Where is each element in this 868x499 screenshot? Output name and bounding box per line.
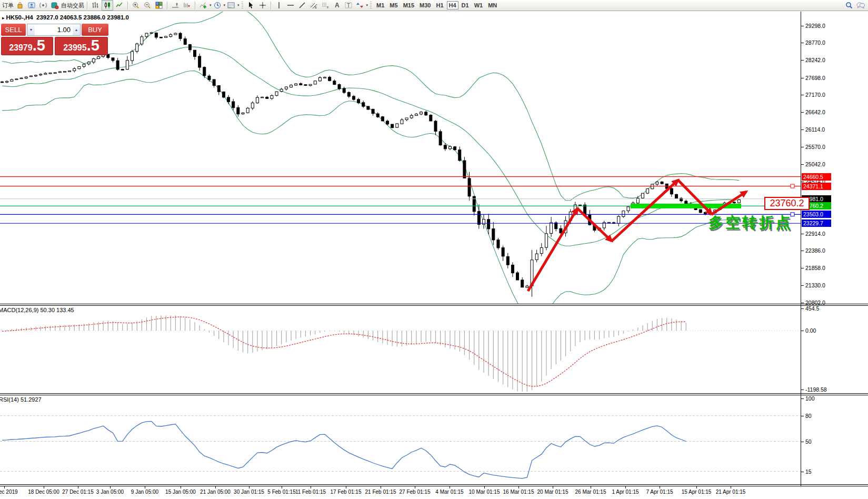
periods-icon[interactable] [212,1,223,10]
date-tick [215,486,216,488]
main-price-chart[interactable] [0,12,801,304]
fibonacci-icon[interactable]: F [320,1,331,10]
volume-stepper: ▼ ▲ [27,24,81,36]
date-label: 27 Dec 01:15 [62,489,94,495]
toolbar-separator [167,2,167,9]
panel-separator[interactable] [0,395,868,395]
axis-tick-label: 20802.0 [805,300,825,306]
date-label: 20 Mar 01:15 [537,489,568,495]
timeframe-D1[interactable]: D1 [460,1,471,9]
price-level-callout[interactable]: 23760.2 [764,197,810,210]
price-axis[interactable]: 29298.028770.028242.027698.027170.026642… [801,12,868,486]
timeframe-M5[interactable]: M5 [387,1,400,9]
bar-chart-icon[interactable] [90,1,101,10]
broadcast-icon[interactable] [38,1,48,10]
macd-label: MACD(12,26,9) 50.30 133.45 [0,307,74,313]
date-tick [110,486,111,488]
chevron-down-icon[interactable]: ▾ [209,3,212,7]
toolbar-separator [195,2,195,9]
timeframe-M15[interactable]: M15 [401,1,416,9]
timeframe-H1[interactable]: H1 [434,1,445,9]
vertical-line-icon[interactable] [274,1,284,10]
cursor-icon[interactable] [246,1,256,10]
volume-increase-button[interactable]: ▲ [73,24,80,35]
new-order-icon[interactable] [15,1,25,10]
chart-shift-icon[interactable] [170,1,181,10]
symbol-ohlc: 23927.0 24063.5 23886.0 23981.0 [36,14,129,21]
volume-input[interactable] [35,24,73,35]
arrows-icon[interactable] [355,1,365,10]
date-label: 3 Jan 05:00 [96,489,124,495]
symbol-info-line: ▸HK50-,H4 23927.0 24063.5 23886.0 23981.… [2,14,129,21]
chevron-down-icon[interactable]: ▾ [237,3,240,7]
date-label: 15 Apr 01:15 [682,489,712,495]
text-label-icon[interactable]: T [343,1,354,10]
panel-separator[interactable] [0,393,868,394]
order-button[interactable]: 订单 [2,1,14,10]
axis-tick [801,182,804,182]
collapse-trade-panel-icon[interactable]: ▸ [2,15,5,21]
line-chart-icon[interactable] [114,1,125,10]
chevron-down-icon[interactable]: ▾ [366,3,368,7]
timeframe-W1[interactable]: W1 [472,1,485,9]
date-label: 2 Dec 2019 [0,489,18,495]
rsi-axis-label: 100 [805,395,815,402]
channel-icon[interactable]: E [308,1,319,10]
timeframe-group: M1M5M15M30H1H4D1W1MN [374,1,500,9]
timeframe-M30[interactable]: M30 [417,1,433,9]
turning-point-annotation[interactable]: 多空转折点 [709,213,793,233]
axis-tick [801,268,804,268]
candlestick-chart-icon[interactable] [102,0,113,11]
toolbar-grip [370,2,372,9]
axis-tick-label: 27170.0 [805,92,825,98]
date-label: 16 Mar 01:15 [503,489,534,495]
auto-scroll-icon[interactable] [182,1,192,10]
text-icon[interactable]: A [332,1,342,10]
macd-panel[interactable] [0,306,801,393]
date-label: 21 Feb 01:15 [365,489,396,495]
axis-tick-label: 28770.0 [805,39,825,46]
rsi-panel[interactable] [0,395,801,484]
timeframe-H4[interactable]: H4 [447,1,458,9]
axis-tick [801,26,804,26]
chevron-down-icon[interactable]: ▾ [224,3,226,7]
axis-tick-label: 22386.0 [805,247,825,254]
date-label: 11 Feb 01:15 [295,489,326,495]
autotrade-icon[interactable] [49,1,60,10]
trendline-icon[interactable] [297,1,307,10]
date-label: 10 Mar 01:15 [469,489,500,495]
tile-windows-icon[interactable] [154,1,164,10]
date-label: 17 Feb 01:15 [331,489,362,495]
crosshair-icon[interactable] [257,1,268,10]
date-tick [282,486,282,488]
date-tick [518,486,519,488]
sell-price-display[interactable]: 23979.5 [1,37,53,55]
timeframe-M1[interactable]: M1 [374,1,386,9]
panel-separator[interactable] [0,304,868,304]
zoom-in-icon[interactable] [131,1,141,10]
template-icon[interactable] [226,1,236,10]
sell-button[interactable]: SELL [1,24,26,36]
price-badge: 23229.7 [802,219,831,227]
community-icon[interactable] [26,1,37,10]
volume-decrease-button[interactable]: ▼ [27,24,35,35]
panel-separator[interactable] [0,305,868,306]
horizontal-line-icon[interactable] [285,1,296,10]
axis-tick [801,60,804,61]
add-indicator-icon[interactable] [198,1,208,10]
autotrade-button[interactable]: 自动交易 [61,1,84,10]
rsi-label: RSI(14) 51.2927 [0,396,42,403]
buy-button[interactable]: BUY [82,24,108,36]
rsi-axis-label: 50 [805,438,812,445]
date-axis[interactable]: 2 Dec 201918 Dec 05:0027 Dec 01:153 Jan … [0,486,868,499]
timeframe-MN[interactable]: MN [486,1,499,9]
axis-tick [801,472,804,472]
search-icon[interactable] [844,1,854,10]
buy-price-display[interactable]: 23995.5 [55,37,108,55]
axis-tick [801,251,804,251]
axis-tick-label: 25570.0 [805,144,825,150]
rsi-axis-label: 15 [805,468,812,475]
zoom-out-icon[interactable] [142,1,153,10]
chat-icon[interactable] [855,1,866,10]
trend-zigzag-annotation[interactable] [528,180,746,291]
